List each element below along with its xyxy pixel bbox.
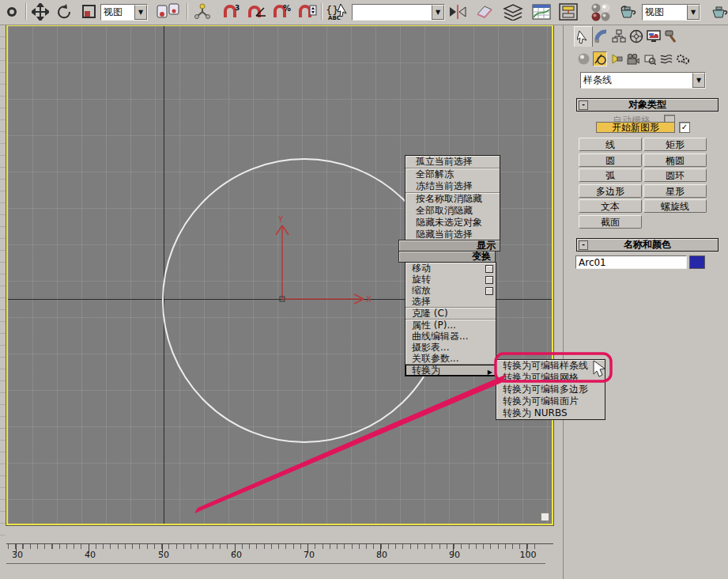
menu-item-select[interactable]: 选择 bbox=[405, 296, 496, 308]
create-categories bbox=[576, 51, 690, 66]
shape-button-ngon[interactable]: 多边形 bbox=[579, 184, 642, 198]
render-setup-icon[interactable] bbox=[618, 2, 639, 21]
category-spacewarps-icon[interactable] bbox=[659, 51, 673, 66]
menu-item[interactable]: 全部解冻 bbox=[405, 168, 500, 180]
menu-item-move[interactable]: 移动 bbox=[405, 263, 496, 274]
angle-snap-icon[interactable] bbox=[245, 2, 269, 21]
quad-menu-display: 孤立当前选择 全部解冻 冻结当前选择 按名称取消隐藏 全部取消隐藏 隐藏未选定对… bbox=[405, 155, 500, 241]
menu-item-dope-sheet[interactable]: 摄影表... bbox=[405, 342, 496, 353]
settings-box-icon[interactable] bbox=[485, 287, 493, 295]
schematic-view-icon[interactable] bbox=[558, 2, 579, 21]
shape-button-arc[interactable]: 弧 bbox=[579, 168, 642, 182]
tab-display[interactable] bbox=[645, 26, 662, 46]
toolbar-separator bbox=[187, 3, 187, 20]
menu-item-rotate[interactable]: 旋转 bbox=[405, 274, 496, 285]
select-object-icon[interactable] bbox=[2, 2, 22, 21]
named-selection-dropdown[interactable]: ▼ bbox=[352, 4, 445, 21]
category-helpers-icon[interactable] bbox=[643, 51, 657, 66]
ruler-label: 70 bbox=[304, 550, 315, 560]
menu-item-wire-parameters[interactable]: 关联参数... bbox=[405, 353, 496, 365]
category-geometry-icon[interactable] bbox=[576, 51, 590, 66]
render-view-dropdown[interactable]: 视图 ▼ bbox=[642, 4, 700, 21]
tab-create[interactable] bbox=[574, 26, 593, 47]
settings-box-icon[interactable] bbox=[485, 276, 493, 284]
ruler-label: 60 bbox=[231, 550, 242, 560]
submenu-item-nurbs[interactable]: 转换为 NURBS bbox=[496, 407, 605, 419]
material-editor-icon[interactable] bbox=[588, 2, 613, 21]
named-selection-icon[interactable]: {}ABC bbox=[324, 2, 349, 21]
shape-button-ellipse[interactable]: 椭圆 bbox=[643, 153, 707, 167]
reference-coordinate-dropdown[interactable]: 视图 ▼ bbox=[100, 4, 148, 21]
layer-manager-icon[interactable] bbox=[503, 2, 523, 21]
rollout-collapse-icon[interactable]: - bbox=[579, 240, 588, 250]
quad-title-transform[interactable]: 变换 bbox=[398, 251, 496, 263]
settings-box-icon[interactable] bbox=[485, 265, 493, 273]
toolbar-separator bbox=[25, 3, 26, 20]
quad-title-display[interactable]: 显示 bbox=[398, 240, 500, 252]
start-new-shape-checkbox[interactable]: ✓ bbox=[679, 122, 690, 133]
select-rotate-icon[interactable] bbox=[54, 2, 74, 21]
rollout-object-type[interactable]: - 对象类型 bbox=[576, 98, 719, 112]
submenu-arrow-icon: ▶ bbox=[488, 367, 492, 378]
chevron-down-icon[interactable]: ▼ bbox=[134, 5, 147, 20]
rollout-collapse-icon[interactable]: - bbox=[579, 100, 588, 110]
submenu-item-editable-spline[interactable]: 转换为可编辑样条线 bbox=[496, 360, 605, 372]
select-scale-icon[interactable] bbox=[79, 2, 100, 21]
viewport-resize-handle[interactable] bbox=[541, 513, 549, 521]
menu-item[interactable]: 全部取消隐藏 bbox=[405, 205, 500, 217]
shape-button-text[interactable]: 文本 bbox=[579, 199, 642, 213]
align-icon[interactable] bbox=[474, 2, 495, 21]
curve-editor-icon[interactable] bbox=[531, 2, 552, 21]
menu-item[interactable]: 冻结当前选择 bbox=[405, 180, 500, 193]
submenu-item-editable-poly[interactable]: 转换为可编辑多边形 bbox=[496, 384, 605, 395]
rollout-name-color[interactable]: - 名称和颜色 bbox=[576, 238, 719, 252]
category-lights-icon[interactable] bbox=[609, 51, 624, 66]
object-name-input[interactable]: Arc01 bbox=[575, 255, 687, 269]
object-color-swatch[interactable] bbox=[689, 255, 705, 269]
mirror-icon[interactable] bbox=[447, 2, 468, 21]
shape-button-circle[interactable]: 圆 bbox=[579, 153, 642, 167]
category-systems-icon[interactable] bbox=[676, 51, 690, 66]
category-shapes-icon[interactable] bbox=[593, 51, 607, 66]
menu-item-convert-to[interactable]: 转换为▶ bbox=[405, 365, 496, 376]
spinner-snap-icon[interactable] bbox=[296, 2, 319, 21]
tab-modify[interactable] bbox=[593, 26, 610, 46]
shape-button-helix[interactable]: 螺旋线 bbox=[643, 199, 707, 213]
snap-toggle-3d-icon[interactable]: 3 bbox=[220, 2, 243, 21]
chevron-down-icon[interactable]: ▼ bbox=[432, 5, 444, 20]
chevron-down-icon[interactable]: ▼ bbox=[692, 73, 705, 88]
percent-snap-icon[interactable]: % bbox=[270, 2, 294, 21]
menu-item-scale[interactable]: 缩放 bbox=[405, 285, 496, 296]
menu-item-properties[interactable]: 属性 (P)... bbox=[405, 320, 496, 331]
shape-button-star[interactable]: 星形 bbox=[643, 184, 707, 198]
menu-item-curve-editor[interactable]: 曲线编辑器... bbox=[405, 331, 496, 342]
ruler-label: 40 bbox=[85, 550, 96, 560]
start-new-shape-button[interactable]: 开始新图形 bbox=[596, 122, 675, 133]
select-move-icon[interactable] bbox=[30, 2, 51, 21]
select-manipulate-icon[interactable] bbox=[192, 2, 213, 21]
menu-item[interactable]: 隐藏未选定对象 bbox=[405, 217, 500, 229]
shape-button-rectangle[interactable]: 矩形 bbox=[643, 138, 707, 151]
chevron-down-icon[interactable]: ▼ bbox=[687, 5, 700, 20]
tab-hierarchy[interactable] bbox=[610, 26, 628, 46]
tab-motion[interactable] bbox=[628, 26, 645, 46]
tab-utilities[interactable] bbox=[662, 26, 680, 46]
menu-item[interactable]: 孤立当前选择 bbox=[405, 156, 500, 168]
track-bar[interactable]: 30 40 50 60 70 80 90 100 bbox=[6, 543, 553, 565]
menu-item[interactable]: 隐藏当前选择 bbox=[405, 229, 500, 240]
shape-button-donut[interactable]: 圆环 bbox=[643, 168, 707, 182]
shape-button-line[interactable]: 线 bbox=[579, 138, 642, 151]
category-cameras-icon[interactable] bbox=[626, 51, 640, 66]
shape-button-section[interactable]: 截面 bbox=[579, 215, 642, 229]
quick-render-icon[interactable] bbox=[710, 2, 728, 21]
shape-category-dropdown[interactable]: 样条线 ▼ bbox=[580, 72, 706, 89]
menu-item[interactable]: 按名称取消隐藏 bbox=[405, 193, 500, 205]
ruler-label: 100 bbox=[520, 550, 537, 560]
rollout-title: 名称和颜色 bbox=[624, 239, 671, 250]
ruler-baseline bbox=[6, 563, 545, 564]
ruler-label: 50 bbox=[158, 550, 169, 560]
menu-item-clone[interactable]: 克隆 (C) bbox=[405, 308, 496, 320]
submenu-item-editable-mesh[interactable]: 转换为可编辑网格 bbox=[496, 372, 605, 384]
submenu-item-editable-patch[interactable]: 转换为可编辑面片 bbox=[496, 395, 605, 407]
pivot-center-icon[interactable] bbox=[155, 2, 182, 21]
